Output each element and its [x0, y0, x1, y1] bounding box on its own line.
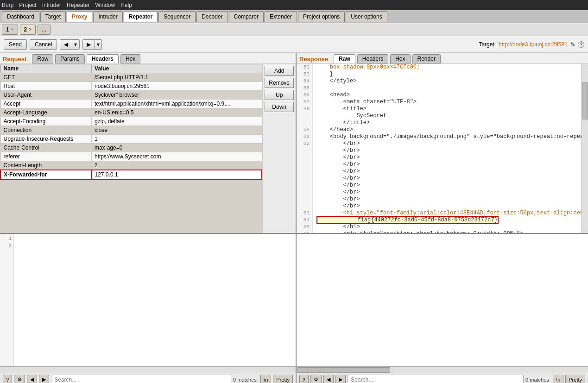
header-value-6: close: [92, 126, 262, 135]
header-value-7: 1: [92, 135, 262, 144]
request-n-button[interactable]: \n: [260, 375, 271, 383]
response-line: 59 </head>: [297, 126, 588, 133]
dropdown-back[interactable]: ▾: [72, 40, 79, 49]
request-hscrollbar[interactable]: [0, 366, 296, 373]
response-line: </br>: [297, 168, 588, 175]
help-icon[interactable]: ?: [578, 41, 584, 48]
header-name-7: Upgrade-Insecure-Requests: [0, 135, 92, 144]
subtab-1-close[interactable]: ×: [11, 27, 14, 32]
response-line: </br>: [297, 147, 588, 154]
request-search-input[interactable]: [51, 375, 231, 383]
target-url[interactable]: http://node3.buuoj.cn:29581: [499, 41, 568, 48]
request-tab-hex[interactable]: Hex: [120, 54, 140, 63]
down-button[interactable]: Down: [265, 102, 294, 112]
tab-user-options[interactable]: User options: [346, 11, 387, 22]
remove-button[interactable]: Remove: [265, 78, 294, 88]
response-line: 53 }: [297, 71, 588, 78]
tab-project-options[interactable]: Project options: [298, 11, 345, 22]
request-body-content[interactable]: 1 2: [0, 234, 296, 366]
response-line: </br>: [297, 196, 588, 203]
header-row: Cache-Controlmax-age=0: [0, 144, 262, 152]
tab-proxy[interactable]: Proxy: [67, 11, 92, 22]
response-forward-search[interactable]: ▶: [335, 375, 346, 383]
response-line: 65 </h1>: [297, 224, 588, 231]
response-body-panel: ? ⚙ ◀ ▶ 0 matches \n Pretty: [297, 234, 588, 383]
subtab-2[interactable]: 2 ×: [20, 25, 36, 35]
response-back-search[interactable]: ◀: [323, 375, 334, 383]
request-tab-raw[interactable]: Raw: [32, 54, 53, 63]
response-match-count: 0 matches: [525, 377, 551, 383]
response-line: </br>: [297, 189, 588, 196]
menu-intruder[interactable]: Intruder: [42, 2, 61, 8]
flag-value: flag{440272fc-3ad6-45fd-8da8-6753d23172c…: [316, 216, 499, 224]
header-row: GET/Secret.php HTTP/1.1: [0, 73, 262, 82]
response-settings-icon[interactable]: ⚙: [310, 375, 322, 383]
back-button[interactable]: ◀: [60, 40, 72, 49]
response-line: 56 <head>: [297, 92, 588, 99]
subtab-bar: 1 × 2 × ...: [0, 23, 588, 36]
menu-repeater[interactable]: Repeater: [67, 2, 89, 8]
request-pretty-button[interactable]: Pretty: [273, 375, 293, 383]
tab-decoder[interactable]: Decoder: [196, 11, 228, 22]
header-value-8: max-age=0: [92, 144, 262, 152]
tab-dashboard[interactable]: Dashboard: [2, 11, 39, 22]
cancel-button[interactable]: Cancel: [30, 39, 57, 50]
response-line: SycSecret: [297, 113, 588, 119]
request-body-panel: 1 2 ? ⚙ ◀ ▶ 0 matches \n Pretty: [0, 234, 297, 383]
response-help-icon[interactable]: ?: [299, 375, 309, 383]
response-search-input[interactable]: [348, 375, 524, 383]
response-tab-raw[interactable]: Raw: [334, 54, 355, 63]
header-name-9: referer: [0, 152, 92, 161]
add-button[interactable]: Add: [265, 66, 294, 76]
edit-icon[interactable]: ✎: [570, 41, 575, 48]
send-button[interactable]: Send: [4, 39, 27, 50]
tab-extender[interactable]: Extender: [265, 11, 297, 22]
response-hscrollbar[interactable]: [297, 366, 588, 373]
tab-comparer[interactable]: Comparer: [229, 11, 264, 22]
response-line: </br>: [297, 203, 588, 210]
menu-help[interactable]: Help: [120, 2, 132, 8]
request-help-icon[interactable]: ?: [3, 375, 12, 383]
menu-burp[interactable]: Burp: [2, 2, 13, 8]
response-pretty-button[interactable]: Pretty: [565, 375, 585, 383]
request-find-bar: ? ⚙ ◀ ▶ 0 matches \n Pretty: [0, 373, 296, 383]
header-row: Hostnode3.buuoj.cn:29581: [0, 82, 262, 91]
response-line: </br>: [297, 161, 588, 168]
response-line: </br>: [297, 175, 588, 182]
request-settings-icon[interactable]: ⚙: [14, 375, 25, 383]
subtab-more[interactable]: ...: [38, 25, 51, 35]
menu-bar: Burp Project Intruder Repeater Window He…: [0, 0, 588, 10]
header-value-9: https://www.Sycsecret.com: [92, 152, 262, 161]
response-tab-hex[interactable]: Hex: [390, 54, 410, 63]
bottom-panels: 1 2 ? ⚙ ◀ ▶ 0 matches \n Pretty: [0, 233, 588, 383]
subtab-2-close[interactable]: ×: [29, 27, 32, 32]
response-body-content[interactable]: [297, 234, 588, 366]
menu-project[interactable]: Project: [19, 2, 36, 8]
up-button[interactable]: Up: [265, 90, 294, 100]
tab-intruder[interactable]: Intruder: [93, 11, 122, 22]
forward-button[interactable]: ▶: [83, 40, 95, 49]
response-vscrollbar[interactable]: [582, 64, 588, 233]
tab-sequencer[interactable]: Sequencer: [158, 11, 196, 22]
response-tab-render[interactable]: Render: [412, 54, 441, 63]
request-tab-params[interactable]: Params: [55, 54, 84, 63]
menu-window[interactable]: Window: [95, 2, 115, 8]
header-name-8: Cache-Control: [0, 144, 92, 152]
response-n-button[interactable]: \n: [553, 375, 563, 383]
response-line: 62 </br>: [297, 140, 588, 147]
request-back-search[interactable]: ◀: [27, 375, 37, 383]
dropdown-forward[interactable]: ▾: [95, 40, 101, 49]
request-forward-search[interactable]: ▶: [39, 375, 49, 383]
response-line: 57 <meta charset="UTF-8">: [297, 99, 588, 106]
tab-repeater[interactable]: Repeater: [124, 11, 158, 22]
header-name-3: Accept: [0, 100, 92, 108]
request-tab-headers[interactable]: Headers: [87, 54, 119, 63]
tab-target[interactable]: Target: [40, 11, 66, 22]
response-line: </br>: [297, 154, 588, 161]
response-tab-headers[interactable]: Headers: [357, 54, 388, 63]
response-code[interactable]: 53 box-shadow:0px×0px×#7CFc00;53 }54 </s…: [297, 64, 588, 233]
header-value-0: /Secret.php HTTP/1.1: [92, 73, 262, 82]
subtab-1[interactable]: 1 ×: [2, 25, 18, 35]
headers-table-wrap[interactable]: Name Value GET/Secret.php HTTP/1.1Hostno…: [0, 64, 262, 233]
response-line: 66 <div style="position: absolute;bottom…: [297, 231, 588, 233]
